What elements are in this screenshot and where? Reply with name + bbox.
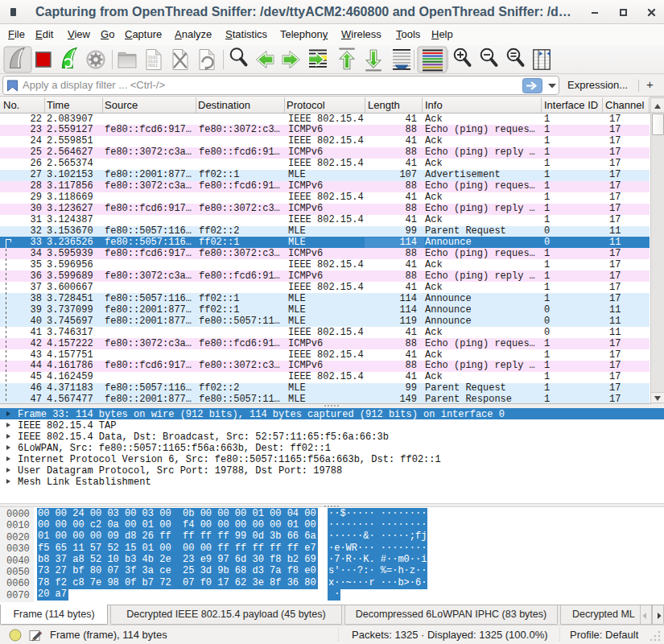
svg-text:0011: 0011 <box>148 64 158 68</box>
